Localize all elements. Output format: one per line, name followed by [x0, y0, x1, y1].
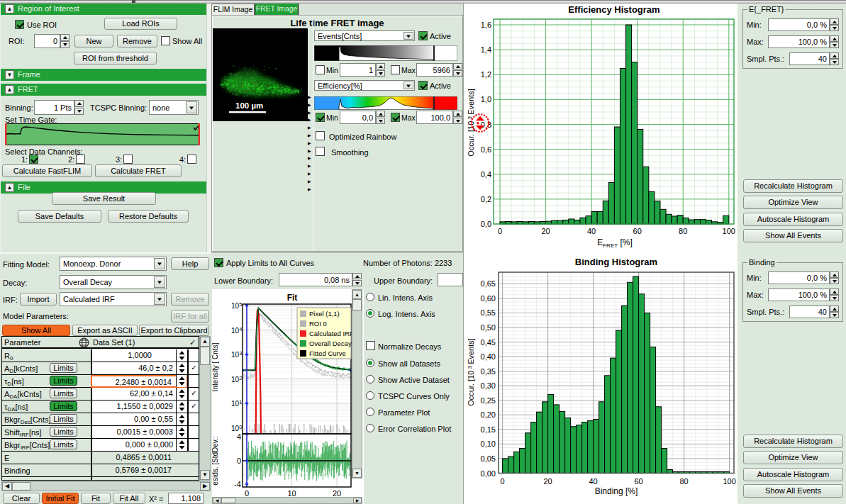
svg-text:Binding Histogram: Binding Histogram	[575, 257, 657, 267]
svg-text:60: 60	[633, 227, 642, 235]
svg-text:0,25: 0,25	[481, 396, 496, 405]
svg-text:0,00: 0,00	[481, 469, 496, 478]
svg-text:80: 80	[679, 227, 687, 235]
svg-text:1,6: 1,6	[481, 21, 491, 29]
svg-text:0,2: 0,2	[481, 195, 491, 203]
svg-text:0,45: 0,45	[481, 338, 496, 347]
svg-text:0,35: 0,35	[481, 367, 496, 376]
svg-text:100: 100	[723, 477, 735, 486]
svg-text:Fitted Curve: Fitted Curve	[309, 349, 346, 357]
svg-text:Overall Decay: Overall Decay	[309, 340, 352, 347]
svg-text:0: 0	[237, 457, 241, 465]
svg-text:Pixel (1,1): Pixel (1,1)	[309, 310, 340, 318]
svg-text:-4: -4	[234, 480, 241, 488]
svg-text:0,60: 0,60	[481, 294, 496, 303]
svg-text:0,05: 0,05	[481, 454, 496, 463]
svg-text:0,0: 0,0	[481, 220, 491, 228]
svg-text:0: 0	[501, 477, 505, 486]
svg-text:Binding [%]: Binding [%]	[595, 486, 638, 496]
svg-text:80: 80	[679, 477, 688, 486]
svg-text:20: 20	[543, 477, 552, 486]
svg-text:0,30: 0,30	[481, 381, 496, 390]
svg-text:0,55: 0,55	[481, 308, 496, 317]
svg-text:1,0: 1,0	[481, 95, 491, 103]
svg-text:ROI 0: ROI 0	[309, 320, 327, 327]
svg-text:4: 4	[237, 432, 241, 441]
svg-text:20: 20	[541, 227, 550, 235]
svg-text:0,6: 0,6	[481, 145, 491, 154]
svg-text:Efficiency Histogram: Efficiency Histogram	[568, 4, 659, 15]
svg-text:0: 0	[498, 227, 502, 235]
svg-text:Intensity [ Cnts]: Intensity [ Cnts]	[212, 342, 219, 391]
svg-text:0,50: 0,50	[481, 323, 496, 332]
svg-text:100: 100	[723, 227, 735, 235]
svg-text:0,20: 0,20	[481, 410, 496, 419]
svg-text:100 µm: 100 µm	[235, 101, 263, 110]
svg-text:0,65: 0,65	[481, 279, 496, 288]
svg-text:40: 40	[589, 477, 597, 486]
svg-text:0,15: 0,15	[481, 425, 496, 434]
svg-text:Occur. [10 3 Events]: Occur. [10 3 Events]	[467, 338, 475, 406]
svg-text:Fit: Fit	[287, 293, 298, 303]
svg-text:Calculated IRF: Calculated IRF	[309, 330, 354, 337]
svg-text:40: 40	[587, 227, 596, 235]
svg-text:1,2: 1,2	[481, 70, 491, 79]
svg-text:60: 60	[634, 477, 642, 486]
svg-text:0,4: 0,4	[481, 170, 491, 179]
svg-text:0,40: 0,40	[481, 352, 496, 361]
svg-text:esids. [StdDev.:: esids. [StdDev.:	[212, 436, 219, 485]
svg-text:1,4: 1,4	[481, 45, 491, 54]
svg-text:0,10: 0,10	[481, 439, 496, 448]
svg-text:Occur. [10 3 Events]: Occur. [10 3 Events]	[467, 89, 475, 157]
